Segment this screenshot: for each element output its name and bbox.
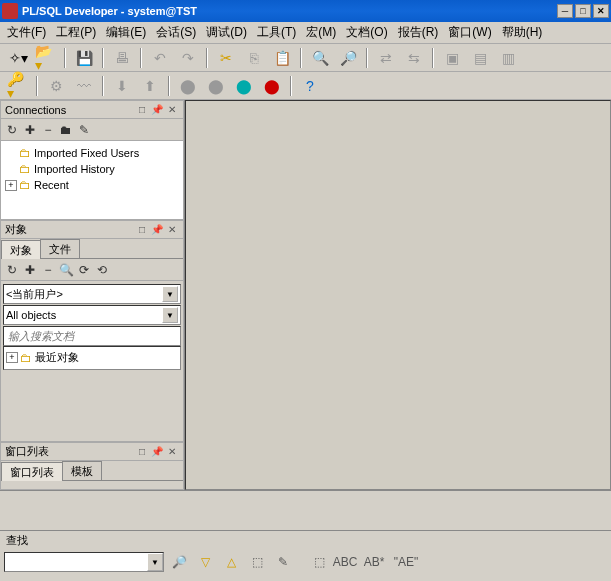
find-input[interactable]: ▼: [4, 552, 164, 572]
rollback-button[interactable]: ⬆: [138, 74, 162, 98]
find-word-icon[interactable]: ABC: [334, 552, 356, 572]
refresh-icon[interactable]: ↻: [3, 121, 21, 139]
copy-button[interactable]: ⎘: [242, 46, 266, 70]
db2-button[interactable]: ▤: [468, 46, 492, 70]
object-search-input[interactable]: [3, 326, 181, 346]
exec1-button[interactable]: ⬤: [176, 74, 200, 98]
toggle2-button[interactable]: ⇆: [402, 46, 426, 70]
menu-window[interactable]: 窗口(W): [443, 22, 496, 43]
menu-file[interactable]: 文件(F): [2, 22, 51, 43]
find-search-icon[interactable]: 🔎: [168, 552, 190, 572]
redo-button[interactable]: ↷: [176, 46, 200, 70]
dropdown-arrow-icon[interactable]: ▼: [162, 286, 178, 302]
find-next-icon[interactable]: △: [220, 552, 242, 572]
paste-button[interactable]: 📋: [270, 46, 294, 70]
open-button[interactable]: 📂▾: [34, 46, 58, 70]
remove-icon[interactable]: −: [39, 121, 57, 139]
db1-button[interactable]: ▣: [440, 46, 464, 70]
menu-debug[interactable]: 调试(D): [201, 22, 252, 43]
panel-menu-icon[interactable]: □: [135, 223, 149, 237]
window-title: PL/SQL Developer - system@TST: [22, 5, 555, 17]
tool2-icon[interactable]: ⟲: [93, 261, 111, 279]
menu-tools[interactable]: 工具(T): [252, 22, 301, 43]
find-highlight-icon[interactable]: ⬚: [246, 552, 268, 572]
connections-title: Connections: [5, 104, 134, 116]
panel-pin-icon[interactable]: 📌: [150, 223, 164, 237]
menu-project[interactable]: 工程(P): [51, 22, 101, 43]
tree-item[interactable]: +🗀Recent: [5, 177, 179, 193]
find-mark-icon[interactable]: ✎: [272, 552, 294, 572]
exec4-button[interactable]: ⬤: [260, 74, 284, 98]
folder-icon[interactable]: 🖿: [57, 121, 75, 139]
toggle1-button[interactable]: ⇄: [374, 46, 398, 70]
remove-icon[interactable]: −: [39, 261, 57, 279]
menu-document[interactable]: 文档(O): [341, 22, 392, 43]
dropdown-arrow-icon[interactable]: ▼: [147, 553, 163, 571]
dropdown-arrow-icon[interactable]: ▼: [162, 307, 178, 323]
expand-icon[interactable]: +: [6, 352, 18, 363]
add-icon[interactable]: ✚: [21, 121, 39, 139]
find-button[interactable]: 🔍: [308, 46, 332, 70]
expand-icon[interactable]: +: [5, 180, 17, 191]
panel-close-icon[interactable]: ✕: [165, 445, 179, 459]
find-regex-icon[interactable]: AB*: [360, 552, 388, 572]
panel-menu-icon[interactable]: □: [135, 103, 149, 117]
objects-title: 对象: [5, 222, 134, 237]
key-button[interactable]: 🔑▾: [6, 74, 30, 98]
tool1-icon[interactable]: ⟳: [75, 261, 93, 279]
db3-button[interactable]: ▥: [496, 46, 520, 70]
menu-macro[interactable]: 宏(M): [301, 22, 341, 43]
menu-report[interactable]: 报告(R): [393, 22, 444, 43]
menu-session[interactable]: 会话(S): [151, 22, 201, 43]
menu-edit[interactable]: 编辑(E): [101, 22, 151, 43]
panel-pin-icon[interactable]: 📌: [150, 103, 164, 117]
filter-dropdown[interactable]: All objects ▼: [3, 305, 181, 325]
menu-bar: 文件(F) 工程(P) 编辑(E) 会话(S) 调试(D) 工具(T) 宏(M)…: [0, 22, 611, 44]
exec3-button[interactable]: ⬤: [232, 74, 256, 98]
refresh-icon[interactable]: ↻: [3, 261, 21, 279]
connections-tree: 🗀Imported Fixed Users 🗀Imported History …: [1, 141, 183, 219]
edit-icon[interactable]: ✎: [75, 121, 93, 139]
save-button[interactable]: 💾: [72, 46, 96, 70]
undo-button[interactable]: ↶: [148, 46, 172, 70]
main-toolbar: ✧▾ 📂▾ 💾 🖶 ↶ ↷ ✂ ⎘ 📋 🔍 🔎 ⇄ ⇆ ▣ ▤ ▥: [0, 44, 611, 72]
maximize-button[interactable]: □: [575, 4, 591, 18]
cut-button[interactable]: ✂: [214, 46, 238, 70]
app-icon: [2, 3, 18, 19]
tab-template[interactable]: 模板: [62, 461, 102, 480]
panel-close-icon[interactable]: ✕: [165, 223, 179, 237]
exec2-button[interactable]: ⬤: [204, 74, 228, 98]
find-prev-icon[interactable]: ▽: [194, 552, 216, 572]
panel-close-icon[interactable]: ✕: [165, 103, 179, 117]
object-list: +🗀最近对象: [3, 346, 181, 370]
tab-objects[interactable]: 对象: [1, 240, 41, 259]
help-button[interactable]: ?: [298, 74, 322, 98]
tab-windowlist[interactable]: 窗口列表: [1, 462, 63, 481]
brush-button[interactable]: 〰: [72, 74, 96, 98]
tree-item[interactable]: +🗀最近对象: [6, 349, 178, 366]
find-case-icon[interactable]: ⬚: [308, 552, 330, 572]
session-toolbar: 🔑▾ ⚙ 〰 ⬇ ⬆ ⬤ ⬤ ⬤ ⬤ ?: [0, 72, 611, 100]
panel-menu-icon[interactable]: □: [135, 445, 149, 459]
menu-help[interactable]: 帮助(H): [497, 22, 548, 43]
mdi-area: [185, 100, 611, 490]
find-icon[interactable]: 🔍: [57, 261, 75, 279]
find-title: 查找: [0, 531, 611, 550]
close-button[interactable]: ✕: [593, 4, 609, 18]
new-button[interactable]: ✧▾: [6, 46, 30, 70]
minimize-button[interactable]: ─: [557, 4, 573, 18]
tree-item[interactable]: 🗀Imported History: [5, 161, 179, 177]
gear-button[interactable]: ⚙: [44, 74, 68, 98]
windowlist-title: 窗口列表: [5, 444, 134, 459]
find2-button[interactable]: 🔎: [336, 46, 360, 70]
find-quote-icon[interactable]: "AE": [392, 552, 420, 572]
add-icon[interactable]: ✚: [21, 261, 39, 279]
user-dropdown[interactable]: <当前用户> ▼: [3, 284, 181, 304]
panel-pin-icon[interactable]: 📌: [150, 445, 164, 459]
commit-button[interactable]: ⬇: [110, 74, 134, 98]
tree-item[interactable]: 🗀Imported Fixed Users: [5, 145, 179, 161]
tab-files[interactable]: 文件: [40, 239, 80, 258]
print-button[interactable]: 🖶: [110, 46, 134, 70]
